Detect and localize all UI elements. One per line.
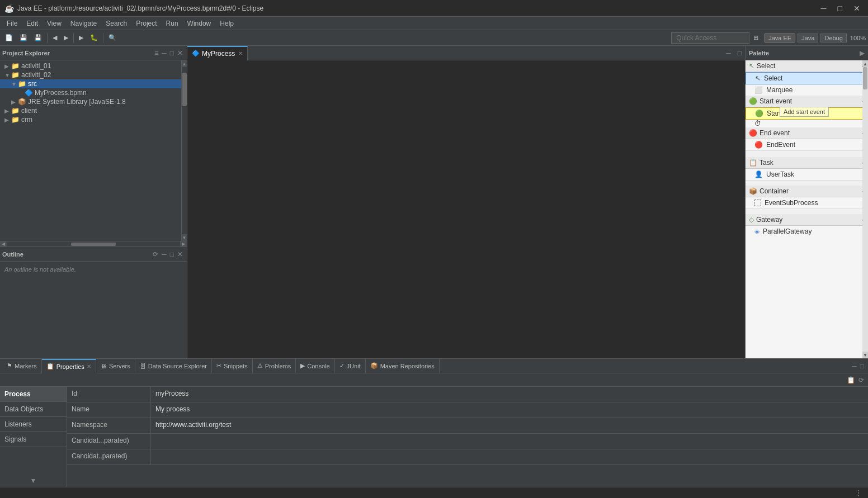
- menu-search[interactable]: Search: [101, 18, 131, 29]
- palette-item-timer-start[interactable]: ⏱: [746, 120, 868, 127]
- menu-project[interactable]: Project: [131, 18, 161, 29]
- tab-servers[interactable]: 🖥 Servers: [96, 359, 135, 373]
- toolbar-new[interactable]: 📄: [2, 32, 16, 44]
- menu-window[interactable]: Window: [183, 18, 216, 29]
- prop-value-candidat1[interactable]: [151, 434, 868, 449]
- bottom-toolbar-btn2[interactable]: ⟳: [857, 376, 866, 385]
- tab-properties-close[interactable]: ✕: [87, 363, 91, 369]
- palette-item-event-subprocess[interactable]: EventSubProcess: [746, 197, 868, 208]
- tab-markers[interactable]: ⚑ Markers: [2, 359, 42, 373]
- menu-run[interactable]: Run: [162, 18, 183, 29]
- bottom-panel-maximize[interactable]: □: [858, 362, 866, 371]
- toolbar-debug[interactable]: 🐛: [87, 32, 101, 44]
- minimize-button[interactable]: ─: [818, 3, 830, 14]
- tree-item-src[interactable]: ▼ 📁 src: [0, 79, 181, 88]
- palette-section-end-event[interactable]: 🔴 End event «: [746, 127, 868, 139]
- palette-section-gateway[interactable]: ◇ Gateway «: [746, 214, 868, 226]
- tree-item-client[interactable]: ▶ 📁 client: [0, 106, 181, 115]
- palette-section-select[interactable]: ↖ Select «: [746, 60, 868, 72]
- palette-scrollbar-thumb[interactable]: [863, 67, 867, 89]
- outline-minimize[interactable]: ─: [160, 250, 168, 259]
- outline-maximize[interactable]: □: [168, 250, 176, 259]
- properties-categories: Process Data Objects Listeners Signals ▼: [0, 387, 67, 487]
- center-panel: 🔷 MyProcess ✕ ─ □: [187, 46, 745, 358]
- perspective-debug[interactable]: Debug: [820, 34, 846, 42]
- palette-collapse[interactable]: ▶: [860, 49, 865, 57]
- perspective-javaee[interactable]: Java EE: [765, 34, 795, 42]
- palette-item-end-event[interactable]: 🔴 EndEvent: [746, 139, 868, 150]
- editor-minimize[interactable]: ─: [723, 48, 734, 58]
- tab-datasource[interactable]: 🗄 Data Source Explorer: [135, 359, 212, 373]
- project-explorer-close[interactable]: ✕: [176, 49, 185, 58]
- menu-navigate[interactable]: Navigate: [66, 18, 101, 29]
- project-explorer-menu[interactable]: ≡: [153, 49, 160, 58]
- palette-scroll-up[interactable]: ▲: [862, 60, 868, 67]
- palette-section-task[interactable]: 📋 Task «: [746, 157, 868, 169]
- scrollbar-thumb[interactable]: [182, 73, 187, 106]
- menu-help[interactable]: Help: [215, 18, 238, 29]
- explorer-scrollbar[interactable]: ▲ ▼: [181, 60, 187, 241]
- tree-item-activiti02[interactable]: ▼ 📁 activiti_02: [0, 70, 181, 79]
- explorer-h-scrollbar[interactable]: ◀ ▶: [0, 241, 187, 246]
- tab-properties[interactable]: 📋 Properties ✕: [42, 359, 96, 373]
- palette-section-start-event[interactable]: 🟢 Start event «: [746, 96, 868, 107]
- palette-item-select[interactable]: ↖ Select: [746, 72, 868, 84]
- palette-item-user-task[interactable]: 👤 UserTask: [746, 169, 868, 180]
- menu-file[interactable]: File: [2, 18, 22, 29]
- toolbar-forward[interactable]: ▶: [61, 32, 71, 44]
- quick-access-input[interactable]: [671, 32, 749, 44]
- tab-console[interactable]: ▶ Console: [296, 359, 334, 373]
- prop-cat-signals[interactable]: Signals: [0, 432, 67, 447]
- palette-item-marquee[interactable]: ⬜ Marquee: [746, 84, 868, 96]
- prop-value-candidat2[interactable]: [151, 449, 868, 464]
- tab-maven[interactable]: 📦 Maven Repositories: [366, 359, 440, 373]
- toolbar-back[interactable]: ◀: [50, 32, 60, 44]
- tab-snippets[interactable]: ✂ Snippets: [212, 359, 253, 373]
- prop-cat-data-objects[interactable]: Data Objects: [0, 402, 67, 417]
- tree-item-crm[interactable]: ▶ 📁 crm: [0, 115, 181, 124]
- prop-cat-process[interactable]: Process: [0, 387, 67, 402]
- prop-value-name[interactable]: My process: [151, 402, 868, 418]
- toolbar-run[interactable]: ▶: [76, 32, 86, 44]
- tab-problems[interactable]: ⚠ Problems: [253, 359, 296, 373]
- toolbar-save[interactable]: 💾: [17, 32, 30, 44]
- menu-view[interactable]: View: [43, 18, 66, 29]
- end-event-icon: 🔴: [754, 141, 763, 149]
- prop-value-id[interactable]: myProcess: [151, 387, 868, 402]
- perspective-java[interactable]: Java: [798, 34, 818, 42]
- menu-edit[interactable]: Edit: [22, 18, 43, 29]
- palette-scroll-down[interactable]: ▼: [862, 352, 868, 358]
- prop-row-name: Name My process: [67, 402, 868, 418]
- tab-close-myprocess[interactable]: ✕: [238, 50, 243, 56]
- outline-close[interactable]: ✕: [176, 250, 185, 259]
- bottom-toolbar-btn1[interactable]: 📋: [845, 376, 857, 385]
- project-explorer-maximize[interactable]: □: [168, 49, 176, 58]
- scrollbar-down-arrow[interactable]: ▼: [182, 234, 187, 241]
- tree-item-activiti01[interactable]: ▶ 📁 activiti_01: [0, 61, 181, 70]
- tab-junit[interactable]: ✓ JUnit: [335, 359, 366, 373]
- toolbar-save-all[interactable]: 💾: [31, 32, 45, 44]
- h-scroll-left[interactable]: ◀: [0, 241, 7, 247]
- maximize-button[interactable]: □: [834, 3, 846, 14]
- start-event-section-label: Start event: [760, 97, 861, 105]
- palette-item-start-event[interactable]: 🟢 StartEvent Add start event: [746, 107, 868, 120]
- outline-sync[interactable]: ⟳: [151, 250, 160, 259]
- editor-maximize[interactable]: □: [734, 48, 745, 58]
- bottom-panel-minimize[interactable]: ─: [850, 362, 858, 371]
- tree-item-myprocess[interactable]: 🔷 MyProcess.bpmn: [0, 88, 181, 97]
- toolbar-perspective-open[interactable]: ⊞: [751, 32, 761, 44]
- palette-item-parallel-gateway[interactable]: ◈ ParallelGateway: [746, 226, 868, 237]
- project-icon-activiti01: 📁: [11, 62, 20, 70]
- h-scroll-right[interactable]: ▶: [180, 241, 187, 247]
- palette-section-container[interactable]: 📦 Container «: [746, 186, 868, 197]
- close-button[interactable]: ✕: [850, 3, 864, 14]
- prop-cat-listeners[interactable]: Listeners: [0, 417, 67, 432]
- tree-item-jre[interactable]: ▶ 📦 JRE System Library [JavaSE-1.8: [0, 97, 181, 106]
- palette-scrollbar[interactable]: ▲ ▼: [862, 60, 868, 358]
- editor-tab-myprocess[interactable]: 🔷 MyProcess ✕: [187, 46, 248, 60]
- scrollbar-up-arrow[interactable]: ▲: [182, 60, 187, 67]
- tree-arrow-crm: ▶: [4, 117, 11, 123]
- project-explorer-minimize[interactable]: ─: [160, 49, 168, 58]
- prop-value-namespace[interactable]: http://www.activiti.org/test: [151, 418, 868, 433]
- toolbar-search[interactable]: 🔍: [106, 32, 119, 44]
